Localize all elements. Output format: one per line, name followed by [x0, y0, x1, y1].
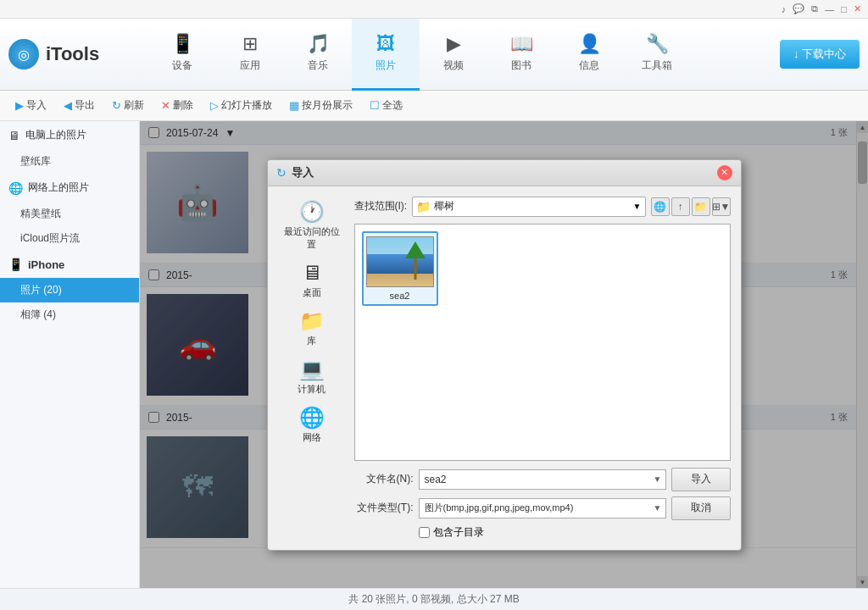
filetype-value: 图片(bmp,jpg,gif,png,jpeg,mov,mp4) [425, 502, 574, 514]
file-form: 文件名(N): sea2 ▼ 导入 文件类型(T): 图片(bmp [354, 468, 731, 540]
location-dropdown-icon: ▼ [633, 202, 642, 211]
location-label: 查找范围(I): [354, 199, 408, 214]
delete-icon: ✕ [161, 99, 170, 112]
library-icon: 📁 [299, 309, 325, 333]
sidebar-item-icloud[interactable]: iCloud照片流 [0, 226, 139, 251]
filename-label: 文件名(N): [354, 472, 414, 486]
titlebar: ♪ 💬 ⧉ — □ ✕ [0, 0, 868, 19]
videos-icon: ▶ [447, 33, 461, 55]
subdir-row: 包含子目录 [354, 525, 731, 540]
by-month-button[interactable]: ▦ 按月份展示 [282, 96, 359, 115]
import-button[interactable]: ▶ 导入 [8, 96, 53, 115]
export-button[interactable]: ◀ 导出 [57, 96, 102, 115]
qa-computer-label: 计算机 [298, 383, 326, 396]
slideshow-button[interactable]: ▷ 幻灯片播放 [203, 96, 279, 115]
qa-recent-label: 最近访问的位置 [281, 225, 342, 251]
sidebar-device-iphone[interactable]: 📱 iPhone [0, 251, 139, 278]
toolbar: ▶ 导入 ◀ 导出 ↻ 刷新 ✕ 删除 ▷ 幻灯片播放 ▦ 按月份展示 ☐ 全选 [0, 91, 868, 121]
location-view-button[interactable]: ⊞▼ [712, 197, 731, 216]
dialog-close-button[interactable]: ✕ [717, 165, 732, 180]
sidebar-item-trash[interactable]: 相簿 (4) [0, 302, 139, 327]
header: ◎ iTools 📱 设备 ⊞ 应用 🎵 音乐 🖼 照片 ▶ 视频 📖 图书 👤 [0, 19, 868, 91]
select-all-button[interactable]: ☐ 全选 [363, 96, 409, 115]
cancel-button[interactable]: 取消 [671, 496, 731, 520]
qa-network-label: 网络 [303, 431, 321, 444]
dialog-titlebar: ↻ 导入 ✕ [268, 160, 741, 186]
tab-photos[interactable]: 🖼 照片 [352, 19, 420, 91]
tab-tools[interactable]: 🔧 工具箱 [623, 19, 691, 91]
dialog-import-icon: ↻ [276, 166, 287, 180]
logo-text: iTools [46, 43, 99, 65]
tab-videos-label: 视频 [443, 58, 464, 73]
calendar-icon: ▦ [289, 99, 299, 112]
statusbar: 共 20 张照片, 0 部视频, 总大小 27 MB [0, 588, 868, 610]
music-nav-icon: 🎵 [307, 33, 330, 55]
location-new-folder-button[interactable]: 📁 [692, 197, 710, 216]
tab-books-label: 图书 [511, 58, 531, 73]
filetype-label: 文件类型(T): [354, 501, 414, 515]
sidebar-item-wallpaper-lib[interactable]: 壁纸库 [0, 149, 139, 174]
qa-library[interactable]: 📁 库 [278, 306, 346, 351]
quick-access-panel: 🕐 最近访问的位置 🖥 桌面 📁 库 💻 [278, 197, 346, 540]
network-qa-icon: 🌐 [299, 406, 325, 430]
selectall-icon: ☐ [370, 99, 380, 112]
tab-photos-label: 照片 [376, 58, 396, 73]
file-grid: sea2 [354, 224, 731, 461]
import-dialog: ↻ 导入 ✕ 🕐 最近访问的位置 🖥 桌面 [267, 159, 742, 551]
tab-device[interactable]: 📱 设备 [148, 19, 216, 91]
slideshow-icon: ▷ [210, 99, 219, 112]
sidebar-network-photos[interactable]: 🌐 网络上的照片 [0, 174, 139, 202]
sidebar-item-beautiful-wallpaper[interactable]: 精美壁纸 [0, 202, 139, 226]
import-confirm-button[interactable]: 导入 [671, 468, 731, 491]
location-back-button[interactable]: 🌐 [651, 197, 670, 216]
qa-desktop[interactable]: 🖥 桌面 [278, 258, 346, 302]
apps-icon: ⊞ [242, 33, 258, 55]
minimize-button[interactable]: — [825, 4, 834, 14]
dialog-title: 导入 [292, 165, 314, 180]
desktop-icon: 🖥 [302, 261, 322, 285]
filename-input[interactable]: sea2 ▼ [419, 469, 666, 490]
download-button[interactable]: ↓ 下载中心 [780, 40, 860, 69]
monitor-icon: 🖥 [8, 129, 20, 142]
books-icon: 📖 [510, 33, 533, 55]
tab-tools-label: 工具箱 [642, 58, 672, 73]
file-item-name: sea2 [390, 291, 410, 301]
tab-apps[interactable]: ⊞ 应用 [216, 19, 284, 91]
filename-value: sea2 [425, 474, 447, 485]
location-up-button[interactable]: ↑ [671, 197, 690, 216]
qa-computer[interactable]: 💻 计算机 [278, 354, 346, 399]
filetype-row: 文件类型(T): 图片(bmp,jpg,gif,png,jpeg,mov,mp4… [354, 496, 731, 520]
qa-library-label: 库 [307, 335, 316, 347]
tab-videos[interactable]: ▶ 视频 [420, 19, 487, 91]
sidebar-computer-photos[interactable]: 🖥 电脑上的照片 [0, 121, 139, 149]
delete-button[interactable]: ✕ 删除 [154, 96, 200, 115]
tab-info-label: 信息 [579, 58, 599, 73]
computer-icon: 💻 [299, 358, 325, 381]
nav-tabs: 📱 设备 ⊞ 应用 🎵 音乐 🖼 照片 ▶ 视频 📖 图书 👤 信息 🔧 [148, 19, 780, 90]
file-item-sea2[interactable]: sea2 [362, 231, 438, 306]
device-icon: 📱 [171, 33, 194, 55]
subdir-label: 包含子目录 [433, 525, 484, 540]
location-bar: 查找范围(I): 📁 椰树 ▼ 🌐 ↑ 📁 ⊞▼ [354, 197, 731, 217]
import-icon: ▶ [15, 99, 24, 112]
qa-recent[interactable]: 🕐 最近访问的位置 [278, 197, 346, 254]
export-icon: ◀ [64, 99, 72, 112]
tab-info[interactable]: 👤 信息 [555, 19, 623, 91]
info-icon: 👤 [578, 33, 601, 55]
dialog-overlay: ↻ 导入 ✕ 🕐 最近访问的位置 🖥 桌面 [140, 121, 868, 588]
tab-books[interactable]: 📖 图书 [487, 19, 555, 91]
filetype-dropdown-icon: ▼ [654, 503, 662, 513]
sidebar: 🖥 电脑上的照片 壁纸库 🌐 网络上的照片 精美壁纸 iCloud照片流 📱 i… [0, 121, 140, 588]
qa-network[interactable]: 🌐 网络 [278, 402, 346, 447]
file-browser: 查找范围(I): 📁 椰树 ▼ 🌐 ↑ 📁 ⊞▼ [354, 197, 731, 540]
subdir-checkbox[interactable] [419, 527, 430, 538]
tab-music[interactable]: 🎵 音乐 [284, 19, 352, 91]
maximize-button[interactable]: □ [841, 4, 847, 14]
refresh-button[interactable]: ↻ 刷新 [105, 96, 151, 115]
file-thumb-sea2 [366, 236, 434, 287]
location-select[interactable]: 📁 椰树 ▼ [412, 197, 645, 217]
filetype-input[interactable]: 图片(bmp,jpg,gif,png,jpeg,mov,mp4) ▼ [419, 498, 666, 518]
close-button[interactable]: ✕ [854, 3, 861, 14]
restore-icon[interactable]: ⧉ [811, 3, 818, 14]
sidebar-item-photos[interactable]: 照片 (20) [0, 278, 139, 302]
